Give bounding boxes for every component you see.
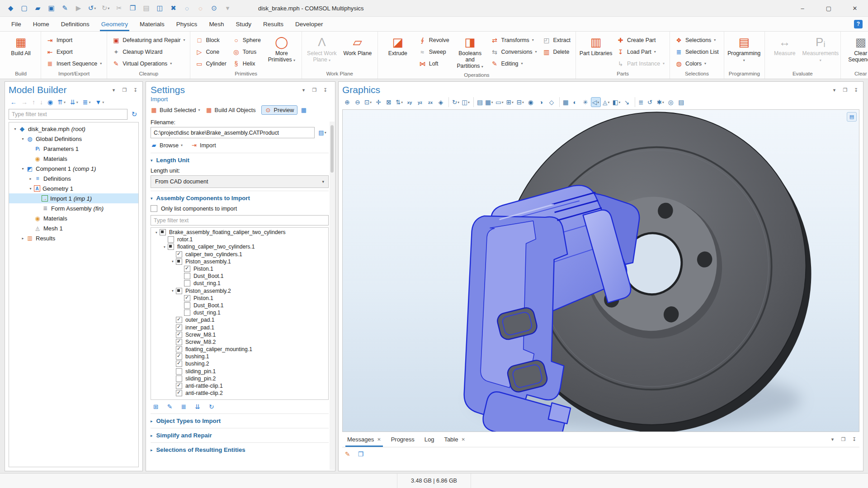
- zoom-out-icon[interactable]: ⊖▾: [353, 97, 363, 107]
- import-file-button[interactable]: ⇥Import: [191, 142, 216, 149]
- help-button[interactable]: ?: [854, 20, 863, 28]
- canvas-context-menu-icon[interactable]: ▤: [847, 112, 857, 122]
- model-tree-item[interactable]: ▾ A Geometry 1: [9, 183, 138, 193]
- model-tree-item[interactable]: ▾ ◍ Global Definitions: [9, 134, 138, 144]
- delete-button[interactable]: ▥Delete: [540, 46, 573, 57]
- length-unit-section-header[interactable]: ▾Length Unit: [151, 153, 329, 166]
- component-tree-item[interactable]: Piston.1: [151, 265, 328, 272]
- float-panel-icon[interactable]: ❐: [311, 87, 318, 94]
- menu-tab[interactable]: File: [5, 17, 27, 31]
- pin-panel-icon[interactable]: ↧: [851, 436, 858, 443]
- model-tree-item[interactable]: ▾ ◆ disk_brake.mph (root): [9, 124, 138, 134]
- more-primitives-button[interactable]: ◯More Primitives ▾: [264, 33, 299, 70]
- component-tree-item[interactable]: anti-rattle-clip.1: [151, 382, 328, 389]
- component-checkbox[interactable]: [168, 244, 174, 250]
- create-part-button[interactable]: ✚Create Part: [614, 34, 667, 46]
- save-as-icon[interactable]: ✎▾: [59, 2, 71, 14]
- pin-panel-icon[interactable]: ↧: [322, 87, 329, 94]
- float-panel-icon[interactable]: ❐: [840, 436, 847, 443]
- model-tree-item[interactable]: ◉ Materials: [9, 154, 138, 164]
- menu-tab[interactable]: Results: [257, 17, 289, 31]
- booleans-partitions-button[interactable]: ◨Booleans and Partitions ▾: [453, 33, 487, 71]
- tree-expander[interactable]: ▾: [170, 289, 176, 293]
- model-tree-item[interactable]: ◉ Materials: [9, 213, 138, 223]
- components-filter-input[interactable]: [151, 215, 329, 225]
- extract-button[interactable]: ◰Extract: [540, 34, 573, 46]
- only-list-checkbox[interactable]: [151, 205, 157, 212]
- tree-expander[interactable]: ▾: [12, 127, 19, 131]
- component-tree-item[interactable]: caliper_two_cylinders.1: [151, 251, 328, 258]
- bottom-tab[interactable]: Messages✕: [342, 432, 386, 447]
- duplicate-icon[interactable]: ◫▾: [154, 2, 166, 14]
- component-tree-item[interactable]: Screw_M8.2: [151, 338, 328, 346]
- component-checkbox[interactable]: [176, 368, 182, 375]
- message-cursor-icon[interactable]: ✎: [343, 449, 352, 459]
- selections-button[interactable]: ❖Selections▾: [673, 34, 721, 46]
- virtual-operations-button[interactable]: ✎Virtual Operations▾: [110, 58, 187, 69]
- component-checkbox[interactable]: [184, 310, 190, 316]
- component-checkbox[interactable]: [176, 258, 182, 265]
- scene-light-icon[interactable]: ✳▾: [580, 97, 590, 107]
- menu-tab[interactable]: Developer: [289, 17, 329, 31]
- zoom-dropdown-icon[interactable]: ⊡▾: [363, 97, 373, 107]
- model-tree-item[interactable]: ◬ Mesh 1: [9, 223, 138, 233]
- selection-list-button[interactable]: ≣Selection List: [673, 46, 721, 57]
- go-forward-icon[interactable]: →▾: [19, 97, 29, 107]
- revolve-button[interactable]: ∮Revolve: [416, 34, 452, 46]
- default-view-icon[interactable]: ◈▾: [436, 97, 446, 107]
- tree-expander[interactable]: ▾: [27, 187, 34, 191]
- filename-input[interactable]: [151, 127, 315, 138]
- cleanup-wizard-button[interactable]: ✦Cleanup Wizard: [110, 46, 187, 57]
- redo-icon[interactable]: ↻▾: [99, 2, 112, 14]
- scrollbar-thumb[interactable]: [330, 125, 334, 173]
- check-selected-icon[interactable]: ⊞: [151, 403, 160, 411]
- yz-view-icon[interactable]: yz▾: [415, 97, 425, 107]
- annotations-icon[interactable]: ≣▾: [635, 97, 645, 107]
- clear-sequence-button[interactable]: ▩Clear Sequence: [844, 33, 868, 70]
- colors-button[interactable]: ◍Colors▾: [673, 58, 721, 69]
- axis-views-icon[interactable]: ⇅▾: [394, 97, 404, 107]
- update-view-icon[interactable]: ↻▾: [448, 97, 460, 107]
- show-grid-icon[interactable]: ▦▾: [559, 97, 570, 107]
- tree-expander[interactable]: ▸: [27, 177, 34, 181]
- select-box-icon[interactable]: ◌▾: [181, 2, 193, 14]
- view-options-icon[interactable]: ▦▾: [484, 97, 494, 107]
- extrude-button[interactable]: ◪Extrude: [381, 33, 415, 71]
- select-work-plane-button[interactable]: ΛSelect Work Plane ▾: [305, 33, 339, 70]
- delete-icon[interactable]: ✖▾: [167, 2, 179, 14]
- run-icon[interactable]: ▶▾: [72, 2, 85, 14]
- save-icon[interactable]: ▣▾: [45, 2, 57, 14]
- import-button[interactable]: ⇥Import: [44, 34, 104, 46]
- model-tree-item[interactable]: → Import 1 (imp 1): [9, 193, 138, 203]
- deselect-mode-icon[interactable]: ⊟▾: [515, 97, 525, 107]
- material-color-icon[interactable]: ◐▾: [570, 97, 580, 107]
- component-tree-item[interactable]: Piston.1: [151, 295, 328, 302]
- component-tree-item[interactable]: sliding_pin.1: [151, 368, 328, 375]
- component-checkbox[interactable]: [168, 236, 174, 243]
- component-tree-item[interactable]: anti-rattle-clip.2: [151, 389, 328, 397]
- tree-expander[interactable]: ▾: [19, 137, 26, 141]
- close-tab-icon[interactable]: ✕: [461, 437, 465, 442]
- component-checkbox[interactable]: [176, 346, 182, 352]
- work-plane-button[interactable]: ▱Work Plane: [340, 33, 375, 70]
- tree-expander[interactable]: ▾: [19, 167, 26, 171]
- collapse-panel-icon[interactable]: ▾: [831, 87, 838, 94]
- component-tree-item[interactable]: dust_ring.1: [151, 309, 328, 316]
- component-tree-item[interactable]: outer_pad.1: [151, 316, 328, 324]
- camera-icon[interactable]: ◎▾: [666, 97, 676, 107]
- expand-all-icon[interactable]: ⇊▾: [68, 97, 80, 107]
- zx-view-icon[interactable]: zx▾: [425, 97, 435, 107]
- rotate-view-icon[interactable]: ↺▾: [645, 97, 655, 107]
- menu-tab[interactable]: Definitions: [55, 17, 95, 31]
- go-back-icon[interactable]: ←▾: [9, 97, 19, 107]
- select-objects-icon[interactable]: ▭▾: [495, 97, 505, 107]
- component-tree-item[interactable]: bushing.1: [151, 353, 328, 360]
- collapsed-section-header[interactable]: ▸Simplify and Repair: [151, 428, 329, 442]
- torus-button[interactable]: ◎Torus: [230, 46, 263, 57]
- clip-planes-icon[interactable]: ◧▾: [612, 97, 622, 107]
- undo-icon[interactable]: ↺▾: [86, 2, 98, 14]
- editing-button[interactable]: ✎Editing▾: [489, 58, 539, 69]
- list-options-icon[interactable]: ≣: [179, 403, 188, 411]
- collapse-panel-icon[interactable]: ▾: [300, 87, 307, 94]
- component-checkbox[interactable]: [176, 353, 182, 360]
